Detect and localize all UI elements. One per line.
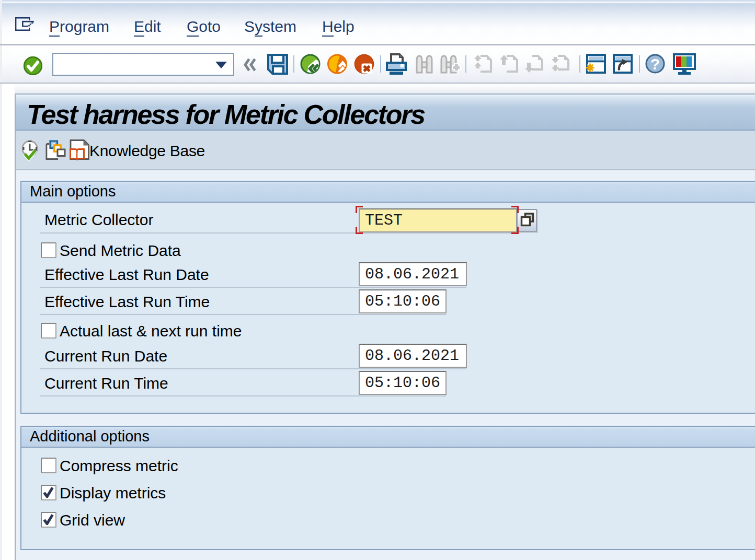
svg-text:?: ?: [650, 55, 660, 73]
